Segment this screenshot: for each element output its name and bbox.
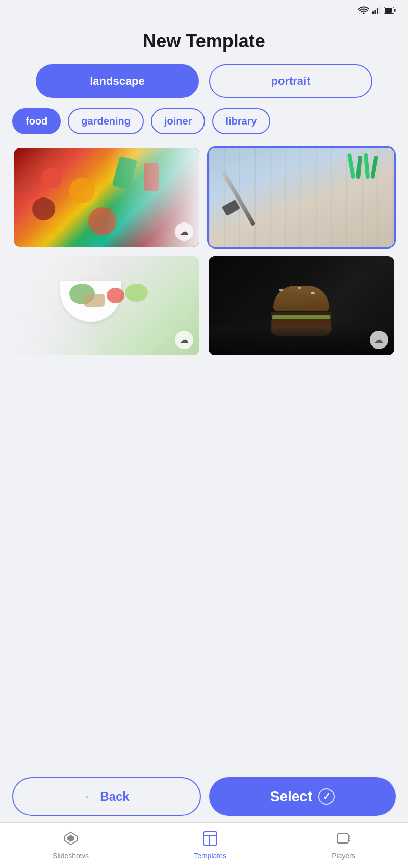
template-image-3 — [14, 256, 199, 355]
portrait-button[interactable]: portrait — [209, 64, 372, 98]
template-image-1 — [14, 148, 199, 247]
svg-rect-2 — [377, 8, 378, 14]
template-grid: ☁ — [0, 146, 408, 357]
svg-rect-6 — [394, 9, 396, 12]
signal-icon — [372, 6, 380, 16]
category-row: food gardening joiner library — [0, 108, 408, 146]
battery-icon — [384, 7, 396, 16]
back-arrow-icon: ← — [84, 790, 95, 803]
nav-players[interactable]: Players — [332, 831, 355, 860]
template-image-4 — [209, 256, 394, 355]
players-nav-label: Players — [332, 852, 355, 860]
select-button[interactable]: Select ✓ — [209, 777, 396, 816]
landscape-button[interactable]: landscape — [36, 64, 199, 98]
page-title: New Template — [0, 22, 408, 64]
svg-rect-0 — [372, 11, 374, 14]
cloud-icon-3: ☁ — [175, 331, 193, 349]
category-gardening[interactable]: gardening — [68, 108, 144, 134]
svg-rect-1 — [375, 10, 376, 14]
status-bar — [0, 0, 408, 22]
back-label: Back — [100, 789, 129, 804]
template-image-2 — [209, 148, 394, 247]
check-circle-icon: ✓ — [318, 788, 335, 805]
cloud-icon-4: ☁ — [370, 331, 388, 349]
bottom-actions: ← Back Select ✓ — [0, 771, 408, 822]
templates-icon — [202, 831, 218, 850]
orientation-row: landscape portrait — [0, 64, 408, 108]
nav-slideshows[interactable]: Slideshows — [53, 831, 89, 860]
template-card-3[interactable]: ☁ — [12, 255, 201, 357]
wifi-icon — [358, 6, 369, 16]
template-card-1[interactable]: ☁ — [12, 146, 201, 249]
svg-rect-5 — [385, 8, 392, 13]
svg-rect-10 — [337, 834, 348, 843]
status-icons — [358, 6, 396, 16]
templates-nav-label: Templates — [194, 852, 226, 860]
nav-templates[interactable]: Templates — [194, 831, 226, 860]
template-card-2[interactable] — [207, 146, 396, 249]
slideshows-nav-label: Slideshows — [53, 852, 89, 860]
players-icon — [336, 831, 351, 850]
back-button[interactable]: ← Back — [12, 777, 201, 816]
cloud-icon-1: ☁ — [175, 222, 193, 241]
category-joiner[interactable]: joiner — [151, 108, 205, 134]
select-label: Select — [270, 788, 313, 805]
bottom-nav: Slideshows Templates Players — [0, 822, 408, 868]
slideshows-icon — [63, 831, 79, 850]
svg-rect-3 — [379, 6, 381, 14]
category-food[interactable]: food — [12, 108, 61, 134]
category-library[interactable]: library — [212, 108, 270, 134]
template-card-4[interactable]: ☁ — [207, 255, 396, 357]
